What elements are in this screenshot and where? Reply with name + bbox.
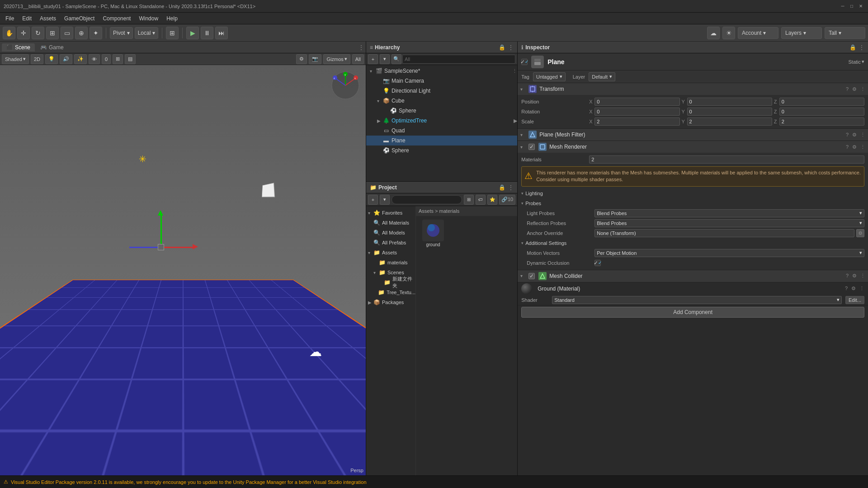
probes-subsection[interactable]: ▾ Probes [518,198,868,208]
mesh-filter-help-icon[interactable]: ? [846,132,849,138]
scene-menu[interactable]: ⋮ [512,68,517,74]
scale-x-field[interactable]: 2 [594,117,679,126]
position-y-field[interactable]: 0 [687,98,772,106]
hand-tool-button[interactable]: ✋ [3,27,15,39]
mesh-collider-menu-icon[interactable]: ⋮ [860,273,865,279]
object-active-checkbox[interactable]: ✓ [521,59,528,65]
layer-dropdown[interactable]: Default ▾ [589,72,615,81]
maximize-button[interactable]: □ [848,3,855,10]
scale-y-field[interactable]: 2 [687,117,772,126]
scale-tool-button[interactable]: ⊞ [46,27,59,39]
hierarchy-add-button[interactable]: + [368,54,378,64]
motion-vectors-dropdown[interactable]: Per Object Motion ▾ [594,249,864,257]
static-toggle[interactable]: Static ▾ [848,59,864,65]
play-button[interactable]: ▶ [186,27,199,39]
mesh-renderer-settings-icon[interactable]: ⚙ [852,144,857,150]
new-folder[interactable]: 📁 新建文件夹 [366,277,415,287]
step-button[interactable]: ⏭ [215,27,228,39]
project-lock-icon[interactable]: 🔒 [499,184,505,191]
transform-header[interactable]: ▾ Transform ? ⚙ ⋮ [518,83,868,95]
effects-button[interactable]: ✨ [74,54,87,64]
inspector-scroll[interactable]: ✓ Plane Static ▾ Tag Untagged ▾ Layer [518,53,868,475]
all-dropdown[interactable]: All [352,54,364,64]
hierarchy-sphere-2[interactable]: ⚽ Sphere [366,145,517,155]
menu-component[interactable]: Component [99,14,134,23]
project-add-arrow[interactable]: ▾ [380,195,390,205]
grid-button[interactable]: ⊞ [166,27,179,39]
pivot-dropdown[interactable]: Pivot ▾ [110,27,133,39]
transform-menu-icon[interactable]: ⋮ [860,86,865,92]
rotate-tool-button[interactable]: ↻ [32,27,44,39]
scene-visibility-btn[interactable]: 👁 [89,54,100,64]
position-z-field[interactable]: 0 [779,98,864,106]
position-x-field[interactable]: 0 [594,98,679,106]
project-star-btn[interactable]: ⭐ [487,195,497,205]
menu-file[interactable]: File [2,14,18,23]
scene-mode-btn[interactable]: ▤ [125,54,136,64]
scale-z-field[interactable]: 2 [779,117,864,126]
local-dropdown[interactable]: Local ▾ [135,27,159,39]
mesh-collider-settings-icon[interactable]: ⚙ [852,273,857,279]
hierarchy-menu-icon[interactable]: ⋮ [508,44,514,51]
ground-mat-help-icon[interactable]: ? [845,286,848,291]
packages-folder[interactable]: ▶ 📦 Packages [366,297,415,307]
scene-visibility-count[interactable]: 0 [102,54,111,64]
favorites-item[interactable]: ▾ ⭐ Favorites [366,208,415,218]
hierarchy-quad[interactable]: ▭ Quad [366,126,517,136]
scene-tab-menu[interactable]: ⋮ [359,44,364,51]
hierarchy-search-input[interactable] [402,55,515,64]
lighting-subsection[interactable]: ▾ Lighting [518,188,868,198]
ground-mat-menu-icon[interactable]: ⋮ [859,286,864,291]
project-add-button[interactable]: + [368,195,378,205]
hierarchy-cube[interactable]: ▾ 📦 Cube [366,96,517,106]
additional-settings-subsection[interactable]: ▾ Additional Settings [518,238,868,248]
scene-tab[interactable]: ⬛ Scene [2,43,35,52]
move-tool-button[interactable]: ✛ [17,27,30,39]
all-materials-item[interactable]: 🔍 All Materials [366,218,415,228]
close-button[interactable]: ✕ [857,3,864,10]
mesh-filter-settings-icon[interactable]: ⚙ [852,132,857,138]
anchor-select-btn[interactable]: ⊙ [856,229,864,237]
rotation-x-field[interactable]: 0 [594,108,679,116]
ground-asset[interactable]: ground [420,220,447,247]
hierarchy-optimized-tree[interactable]: ▶ 🌲 OptimizedTree ▶ [366,116,517,126]
project-menu-icon[interactable]: ⋮ [508,184,514,191]
menu-assets[interactable]: Assets [36,14,60,23]
anchor-override-field[interactable]: None (Transform) [594,229,854,237]
2d-button[interactable]: 2D [31,54,43,64]
mesh-renderer-header[interactable]: ▾ ✓ Mesh Renderer ? ⚙ ⋮ [518,141,868,153]
mesh-filter-header[interactable]: ▾ Plane (Mesh Filter) ? ⚙ ⋮ [518,129,868,141]
scene-grid-btn[interactable]: ⊞ [113,54,123,64]
mesh-renderer-checkbox[interactable]: ✓ [528,144,535,150]
menu-edit[interactable]: Edit [19,14,35,23]
hierarchy-main-camera[interactable]: 📷 Main Camera [366,76,517,86]
all-prefabs-item[interactable]: 🔍 All Prefabs [366,238,415,248]
layout-dropdown[interactable]: Tall ▾ [825,27,865,39]
project-filter-btn[interactable]: ⊞ [464,195,474,205]
menu-help[interactable]: Help [163,14,181,23]
gizmos-dropdown[interactable]: Gizmos ▾ [323,54,350,64]
rotation-y-field[interactable]: 0 [687,108,772,116]
menu-gameobject[interactable]: GameObject [61,14,98,23]
layers-dropdown[interactable]: Layers ▾ [781,27,822,39]
scene-viewport[interactable]: ✳ ☁ y [0,65,366,475]
tree-expand-icon[interactable]: ▶ [514,118,517,124]
hierarchy-directional-light[interactable]: 💡 Directional Light [366,86,517,96]
mesh-collider-header[interactable]: ▾ ✓ Mesh Collider ? ⚙ ⋮ [518,270,868,282]
hierarchy-lock-icon[interactable]: 🔒 [499,44,505,51]
audio-button[interactable]: 🔊 [60,54,72,64]
project-search-input[interactable] [392,195,462,204]
collab-button[interactable]: ☁ [707,27,720,39]
game-tab[interactable]: 🎮 Game [36,43,68,52]
transform-settings-icon[interactable]: ⚙ [852,86,857,92]
pause-button[interactable]: ⏸ [201,27,213,39]
hierarchy-add-arrow[interactable]: ▾ [380,54,390,64]
inspector-menu-icon[interactable]: ⋮ [859,44,864,51]
mesh-collider-checkbox[interactable]: ✓ [528,273,535,279]
menu-window[interactable]: Window [135,14,162,23]
ground-mat-settings-icon[interactable]: ⚙ [851,286,856,291]
scene-capture-btn[interactable]: 📷 [309,54,321,64]
lighting-button[interactable]: 💡 [45,54,58,64]
mesh-renderer-menu-icon[interactable]: ⋮ [860,144,865,150]
cloud-button[interactable]: ☀ [722,27,735,39]
